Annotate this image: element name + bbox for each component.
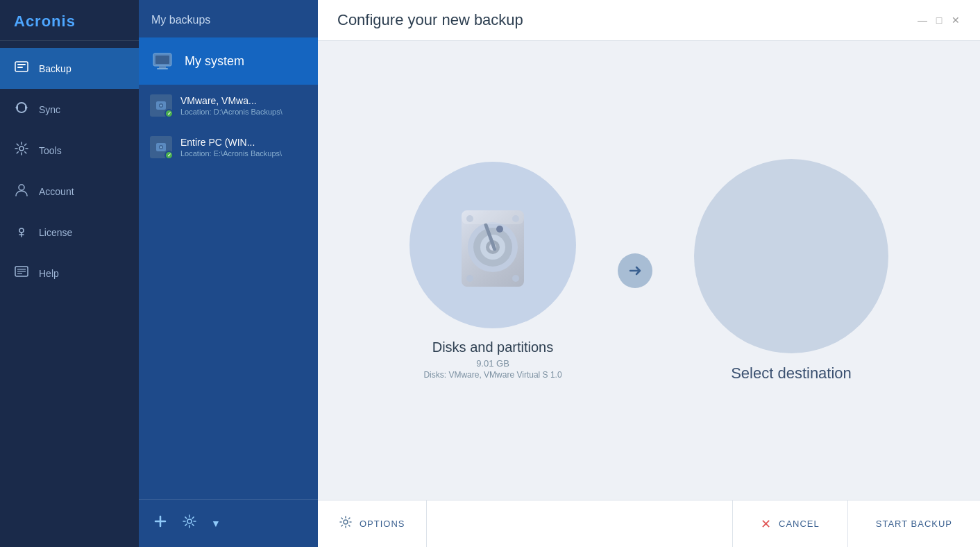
backup-item-entire-pc[interactable]: Entire PC (WIN... Location: E:\Acronis B…	[139, 126, 318, 168]
app-logo: Acronis	[0, 0, 139, 41]
close-button[interactable]: ✕	[951, 15, 961, 25]
bottom-bar: OPTIONS ✕ CANCEL START BACKUP	[318, 500, 980, 547]
window-controls: — □ ✕	[918, 15, 961, 25]
configure-area: Disks and partitions 9.01 GB Disks: VMwa…	[318, 41, 980, 500]
sidebar-nav: Backup Sync	[0, 41, 139, 547]
title-bar: Configure your new backup — □ ✕	[318, 0, 980, 41]
svg-rect-17	[157, 68, 168, 69]
backup-item-vmware[interactable]: VMware, VMwa... Location: D:\Acronis Bac…	[139, 85, 318, 126]
svg-rect-2	[17, 67, 23, 68]
vmware-name: VMware, VMwa...	[180, 95, 307, 106]
my-system-label: My system	[185, 54, 244, 69]
vmware-icon	[150, 94, 172, 117]
maximize-button[interactable]: □	[934, 15, 944, 25]
sidebar-item-account-label: Account	[39, 186, 74, 197]
backup-icon	[14, 59, 29, 78]
cancel-x-icon: ✕	[761, 516, 772, 532]
svg-rect-40	[462, 210, 524, 224]
sidebar-item-license[interactable]: License	[0, 212, 139, 253]
sidebar-item-account[interactable]: Account	[0, 171, 139, 212]
cancel-label: CANCEL	[779, 519, 820, 529]
source-disks: Disks: VMware, VMware Virtual S 1.0	[423, 370, 561, 380]
sidebar-item-backup[interactable]: Backup	[0, 48, 139, 89]
sidebar-item-sync[interactable]: Sync	[0, 89, 139, 130]
sidebar-item-tools-label: Tools	[39, 145, 62, 156]
add-backup-button[interactable]	[150, 511, 171, 536]
svg-point-23	[160, 146, 162, 149]
svg-point-5	[19, 146, 24, 151]
backup-item-my-system[interactable]: My system	[139, 37, 318, 85]
account-icon	[14, 182, 29, 201]
sync-icon	[14, 100, 29, 119]
options-label: OPTIONS	[360, 519, 405, 529]
sidebar-item-backup-label: Backup	[39, 63, 71, 74]
sidebar-item-help-label: Help	[39, 268, 59, 279]
backups-footer: ▼	[139, 499, 318, 547]
source-name: Disks and partitions	[423, 339, 561, 355]
minimize-button[interactable]: —	[918, 15, 927, 25]
svg-point-41	[344, 520, 348, 524]
destination-label: Select destination	[731, 364, 852, 382]
entire-pc-status-dot	[164, 151, 174, 160]
svg-point-7	[19, 228, 24, 233]
svg-point-6	[19, 185, 24, 190]
source-size: 9.01 GB	[423, 358, 561, 369]
sidebar-item-tools[interactable]: Tools	[0, 130, 139, 171]
svg-rect-16	[159, 66, 166, 68]
entire-pc-icon	[150, 136, 172, 158]
arrow-circle	[618, 253, 652, 288]
entire-pc-name: Entire PC (WIN...	[180, 137, 307, 148]
license-icon	[14, 223, 29, 242]
source-section: Disks and partitions 9.01 GB Disks: VMwa…	[409, 162, 576, 380]
svg-point-38	[466, 275, 473, 282]
vmware-status-dot	[164, 109, 174, 118]
sidebar-item-sync-label: Sync	[39, 104, 60, 115]
source-label: Disks and partitions 9.01 GB Disks: VMwa…	[423, 339, 561, 380]
vmware-text: VMware, VMwa... Location: D:\Acronis Bac…	[180, 95, 307, 116]
svg-rect-15	[155, 56, 169, 64]
options-gear-icon	[339, 515, 353, 532]
my-system-icon	[150, 49, 175, 74]
tools-icon	[14, 141, 29, 160]
entire-pc-location: Location: E:\Acronis Backups\	[180, 149, 307, 158]
cancel-button[interactable]: ✕ CANCEL	[732, 500, 848, 547]
dropdown-button[interactable]: ▼	[208, 515, 223, 532]
arrow-section	[618, 253, 652, 288]
configure-title: Configure your new backup	[337, 11, 523, 29]
backups-panel: My backups My system	[139, 0, 318, 547]
destination-section: Select destination	[694, 159, 888, 382]
help-icon	[14, 264, 29, 283]
vmware-location: Location: D:\Acronis Backups\	[180, 108, 307, 116]
start-backup-label: START BACKUP	[876, 519, 952, 529]
sidebar-item-help[interactable]: Help	[0, 253, 139, 294]
sidebar-item-license-label: License	[39, 227, 72, 238]
backups-panel-title: My backups	[139, 0, 318, 37]
svg-point-35	[496, 226, 503, 233]
svg-rect-1	[17, 64, 26, 65]
main-content: Configure your new backup — □ ✕	[318, 0, 980, 547]
source-circle[interactable]	[409, 162, 576, 328]
filter-backup-button[interactable]	[179, 511, 200, 536]
start-backup-button[interactable]: START BACKUP	[848, 500, 980, 547]
svg-point-20	[160, 105, 162, 107]
svg-point-26	[187, 519, 192, 523]
entire-pc-text: Entire PC (WIN... Location: E:\Acronis B…	[180, 137, 307, 158]
svg-point-39	[512, 275, 519, 282]
destination-circle[interactable]	[694, 159, 888, 353]
options-button[interactable]: OPTIONS	[318, 500, 427, 547]
sidebar: Acronis Backup	[0, 0, 139, 547]
